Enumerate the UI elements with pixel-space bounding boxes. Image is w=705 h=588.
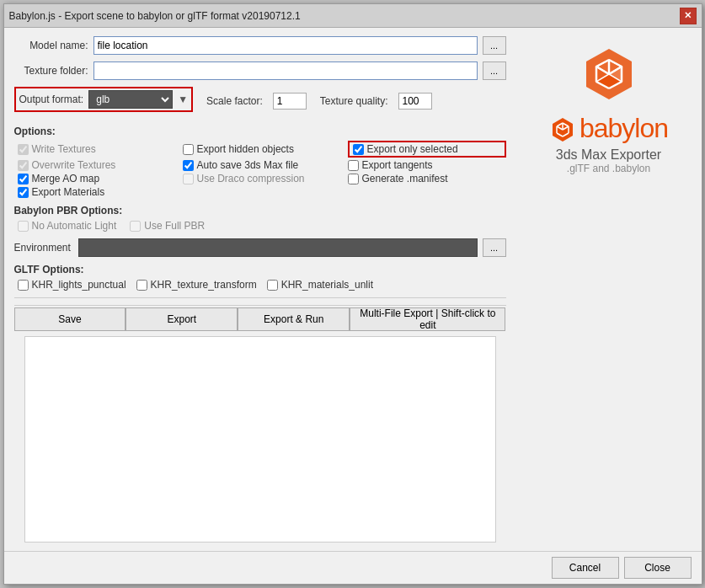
use-full-pbr-item: Use Full PBR bbox=[130, 220, 205, 232]
content-area: Model name: ... Texture folder: ... Outp… bbox=[4, 28, 702, 551]
gltf-options-row: KHR_lights_punctual KHR_texture_transfor… bbox=[14, 279, 506, 291]
merge-ao-label: Merge AO map bbox=[32, 173, 100, 184]
texture-quality-input[interactable] bbox=[398, 93, 432, 110]
multi-file-export-button[interactable]: Multi-File Export | Shift-click to edit bbox=[350, 307, 505, 331]
no-auto-light-checkbox[interactable] bbox=[18, 221, 29, 232]
model-name-row: Model name: ... bbox=[14, 36, 506, 55]
export-only-selected-checkbox[interactable] bbox=[353, 144, 364, 155]
texture-folder-input[interactable] bbox=[93, 61, 478, 80]
khr-lights-checkbox[interactable] bbox=[18, 280, 29, 291]
environment-browse-button[interactable]: ... bbox=[483, 238, 506, 257]
babylon-logo bbox=[579, 45, 638, 106]
use-draco-label: Use Draco compression bbox=[197, 173, 305, 184]
left-panel: Model name: ... Texture folder: ... Outp… bbox=[4, 28, 516, 551]
export-materials-label: Export Materials bbox=[32, 186, 105, 198]
babylon-hex-icon bbox=[579, 45, 638, 104]
export-run-button[interactable]: Export & Run bbox=[238, 307, 350, 331]
export-only-selected-wrapper: Export only selected bbox=[348, 141, 506, 158]
overwrite-textures-item: Overwrite Textures bbox=[18, 159, 176, 171]
export-hidden-objects-label: Export hidden objects bbox=[197, 143, 294, 155]
texture-folder-label: Texture folder: bbox=[14, 65, 88, 77]
brand-icon bbox=[549, 115, 576, 142]
export-tangents-label: Export tangents bbox=[362, 159, 433, 171]
merge-ao-checkbox[interactable] bbox=[18, 174, 29, 184]
export-tangents-checkbox[interactable] bbox=[348, 160, 359, 171]
auto-save-checkbox[interactable] bbox=[183, 160, 194, 171]
main-window: Babylon.js - Export scene to babylon or … bbox=[3, 3, 702, 585]
texture-folder-row: Texture folder: ... bbox=[14, 61, 506, 80]
scale-factor-input[interactable] bbox=[273, 93, 307, 110]
auto-save-item: Auto save 3ds Max file bbox=[183, 159, 341, 171]
model-name-input[interactable] bbox=[93, 36, 478, 55]
model-name-browse-button[interactable]: ... bbox=[483, 36, 506, 55]
generate-manifest-label: Generate .manifest bbox=[362, 173, 448, 184]
texture-quality-row: Texture quality: bbox=[320, 93, 432, 110]
write-textures-item: Write Textures bbox=[18, 141, 176, 158]
khr-materials-checkbox[interactable] bbox=[267, 280, 278, 291]
khr-lights-item: KHR_lights_punctual bbox=[18, 279, 126, 291]
use-draco-item: Use Draco compression bbox=[183, 173, 341, 184]
environment-label: Environment bbox=[14, 242, 73, 254]
use-full-pbr-checkbox[interactable] bbox=[130, 221, 141, 232]
options-title: Options: bbox=[14, 126, 506, 137]
save-button[interactable]: Save bbox=[14, 307, 126, 331]
exporter-subtitle: .glTF and .babylon bbox=[567, 163, 650, 174]
khr-texture-item: KHR_texture_transform bbox=[136, 279, 257, 291]
model-name-label: Model name: bbox=[14, 40, 88, 51]
output-format-section: Output format: glb gltf babylon ▼ bbox=[14, 87, 194, 112]
scale-factor-row: Scale factor: bbox=[206, 93, 307, 110]
export-materials-item: Export Materials bbox=[18, 186, 176, 198]
options-grid: Write Textures Export hidden objects Exp… bbox=[14, 141, 506, 198]
merge-ao-item: Merge AO map bbox=[18, 173, 176, 184]
gltf-options-section: GLTF Options: KHR_lights_punctual KHR_te… bbox=[14, 264, 506, 291]
close-window-button[interactable]: ✕ bbox=[680, 8, 697, 24]
write-textures-label: Write Textures bbox=[32, 143, 96, 155]
export-hidden-objects-item: Export hidden objects bbox=[183, 141, 341, 158]
brand-name: babylon bbox=[579, 113, 668, 144]
output-format-select[interactable]: glb gltf babylon bbox=[88, 90, 173, 109]
no-auto-light-item: No Automatic Light bbox=[18, 220, 117, 232]
separator bbox=[14, 297, 506, 298]
texture-folder-browse-button[interactable]: ... bbox=[483, 61, 506, 80]
pbr-options-row: No Automatic Light Use Full PBR bbox=[14, 220, 506, 232]
generate-manifest-checkbox[interactable] bbox=[348, 174, 359, 184]
texture-quality-label: Texture quality: bbox=[320, 95, 388, 107]
use-full-pbr-label: Use Full PBR bbox=[144, 220, 205, 232]
close-button[interactable]: Close bbox=[624, 557, 692, 579]
export-only-selected-label: Export only selected bbox=[367, 143, 458, 155]
overwrite-textures-checkbox[interactable] bbox=[18, 160, 29, 171]
pbr-options-section: Babylon PBR Options: No Automatic Light … bbox=[14, 205, 506, 232]
exporter-title: 3ds Max Exporter bbox=[556, 147, 661, 163]
brand-name-row: babylon bbox=[549, 113, 668, 144]
bottom-bar: Cancel Close bbox=[4, 551, 702, 584]
auto-save-label: Auto save 3ds Max file bbox=[197, 159, 299, 171]
output-format-label: Output format: bbox=[19, 94, 84, 105]
export-materials-checkbox[interactable] bbox=[18, 187, 29, 198]
khr-lights-label: KHR_lights_punctual bbox=[32, 279, 126, 291]
generate-manifest-item: Generate .manifest bbox=[348, 173, 506, 184]
title-bar: Babylon.js - Export scene to babylon or … bbox=[4, 4, 702, 28]
khr-texture-label: KHR_texture_transform bbox=[151, 279, 257, 291]
options-section: Options: Write Textures Export hidden ob… bbox=[14, 126, 506, 198]
environment-input[interactable] bbox=[78, 238, 478, 257]
no-auto-light-label: No Automatic Light bbox=[32, 220, 117, 232]
use-draco-checkbox[interactable] bbox=[183, 174, 194, 184]
khr-materials-item: KHR_materials_unlit bbox=[267, 279, 373, 291]
overwrite-textures-label: Overwrite Textures bbox=[32, 159, 116, 171]
export-button[interactable]: Export bbox=[126, 307, 238, 331]
khr-materials-label: KHR_materials_unlit bbox=[281, 279, 373, 291]
action-bar: Save Export Export & Run Multi-File Expo… bbox=[14, 305, 506, 333]
write-textures-checkbox[interactable] bbox=[18, 144, 29, 155]
gltf-options-title: GLTF Options: bbox=[14, 264, 506, 275]
window-title: Babylon.js - Export scene to babylon or … bbox=[9, 10, 301, 22]
export-tangents-item: Export tangents bbox=[348, 159, 506, 171]
scale-factor-label: Scale factor: bbox=[206, 95, 263, 107]
khr-texture-checkbox[interactable] bbox=[136, 280, 147, 291]
environment-row: Environment ... bbox=[14, 238, 506, 257]
pbr-options-title: Babylon PBR Options: bbox=[14, 205, 506, 216]
output-log-area bbox=[24, 336, 496, 543]
export-hidden-objects-checkbox[interactable] bbox=[183, 144, 194, 155]
right-panel: babylon 3ds Max Exporter .glTF and .baby… bbox=[516, 28, 702, 551]
cancel-button[interactable]: Cancel bbox=[552, 557, 619, 579]
